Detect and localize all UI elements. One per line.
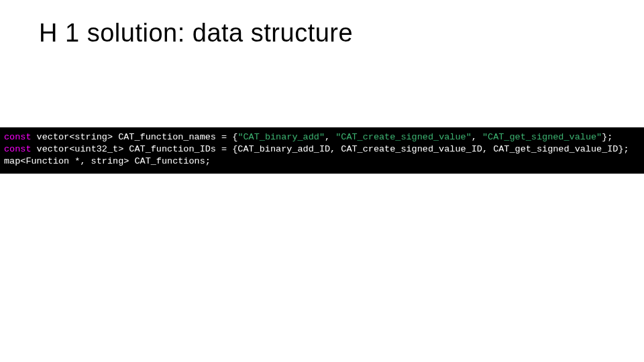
code-block: const vector<string> CAT_function_names … <box>0 127 644 174</box>
decl-text: vector<uint32_t> CAT_function_IDs = {CAT… <box>32 144 629 154</box>
decl-text: vector<string> CAT_function_names = { <box>32 132 238 142</box>
comma: , <box>472 132 482 142</box>
string-literal: "CAT_binary_add" <box>237 132 325 142</box>
keyword-const: const <box>4 132 32 142</box>
code-line-3: map<Function *, string> CAT_functions; <box>4 156 211 166</box>
keyword-const: const <box>4 144 32 154</box>
code-line-1: const vector<string> CAT_function_names … <box>4 132 612 142</box>
slide: H 1 solution: data structure const vecto… <box>0 0 644 362</box>
slide-title: H 1 solution: data structure <box>39 19 353 48</box>
comma: , <box>325 132 335 142</box>
string-literal: "CAT_get_signed_value" <box>482 132 602 142</box>
string-literal: "CAT_create_signed_value" <box>335 132 472 142</box>
code-line-2: const vector<uint32_t> CAT_function_IDs … <box>4 144 629 154</box>
decl-text: map<Function *, string> CAT_functions; <box>4 156 211 166</box>
line-end: }; <box>602 132 612 142</box>
